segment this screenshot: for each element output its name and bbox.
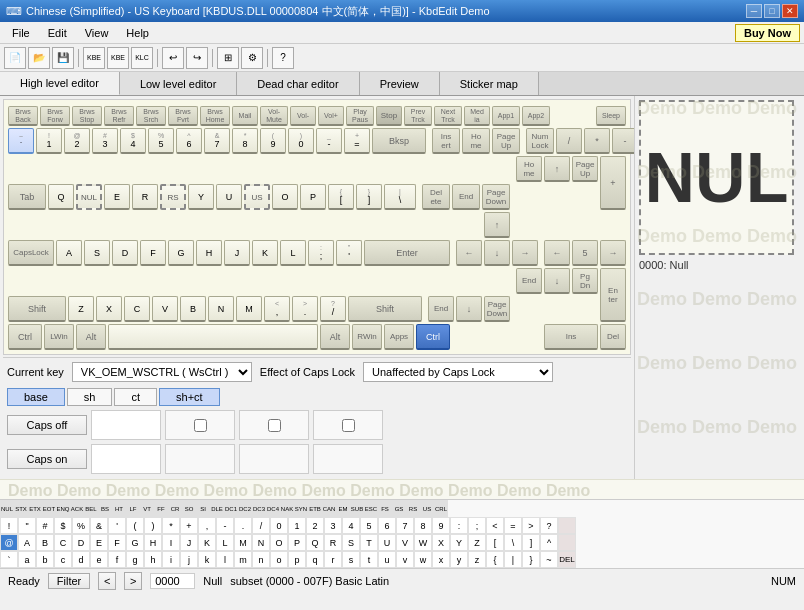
key-brws-fvrt[interactable]: BrwsFvrt [168, 106, 198, 126]
char-p[interactable]: p [288, 551, 306, 568]
char-q[interactable]: q [306, 551, 324, 568]
char-M[interactable]: M [234, 534, 252, 551]
key-brws-back[interactable]: BrwsBack [8, 106, 38, 126]
key-enter[interactable]: Enter [364, 240, 450, 266]
nav-prev-button[interactable]: < [98, 572, 116, 590]
key-z[interactable]: Z [68, 296, 94, 322]
key-f[interactable]: F [140, 240, 166, 266]
key-tab[interactable]: Tab [8, 184, 46, 210]
maximize-button[interactable]: □ [764, 4, 780, 18]
key-numpad-5[interactable]: 5 [572, 240, 598, 266]
open-button[interactable]: 📂 [28, 47, 50, 69]
char-at[interactable]: @ [0, 534, 18, 551]
close-button[interactable]: ✕ [782, 4, 798, 18]
key-comma[interactable]: <, [264, 296, 290, 322]
char-w[interactable]: w [414, 551, 432, 568]
key-r[interactable]: R [132, 184, 158, 210]
key-period[interactable]: >. [292, 296, 318, 322]
caps-effect-select[interactable]: Unaffected by Caps Lock Shift toggles wi… [363, 362, 553, 382]
tab-sticker-map[interactable]: Sticker map [440, 72, 539, 95]
char-5[interactable]: 5 [360, 517, 378, 534]
key-ralt[interactable]: Alt [320, 324, 350, 350]
char-exclaim[interactable]: ! [0, 517, 18, 534]
buy-now-button[interactable]: Buy Now [735, 24, 800, 42]
char-j[interactable]: j [180, 551, 198, 568]
char-h[interactable]: h [144, 551, 162, 568]
key-2[interactable]: @2 [64, 128, 90, 154]
key-x[interactable]: X [96, 296, 122, 322]
key-v[interactable]: V [152, 296, 178, 322]
menu-file[interactable]: File [4, 25, 38, 41]
key-app1[interactable]: App1 [492, 106, 520, 126]
char-e[interactable]: e [90, 551, 108, 568]
char-U[interactable]: U [378, 534, 396, 551]
key-l[interactable]: L [280, 240, 306, 266]
char-n[interactable]: n [252, 551, 270, 568]
char-N[interactable]: N [252, 534, 270, 551]
char-C[interactable]: C [54, 534, 72, 551]
key-3[interactable]: #3 [92, 128, 118, 154]
redo-button[interactable]: ↪ [186, 47, 208, 69]
key-equals[interactable]: += [344, 128, 370, 154]
key-page-down[interactable]: PageDown [482, 184, 510, 210]
char-plus[interactable]: + [180, 517, 198, 534]
key-vol-up[interactable]: Vol+ [318, 106, 344, 126]
char-W[interactable]: W [414, 534, 432, 551]
char-R[interactable]: R [324, 534, 342, 551]
key-arrow-up[interactable]: ↑ [484, 212, 510, 238]
char-D[interactable]: D [72, 534, 90, 551]
state-tab-base[interactable]: base [7, 388, 65, 406]
key-backtick[interactable]: ~ ` [8, 128, 34, 154]
key-insert-nav[interactable]: PageDown [484, 296, 510, 322]
char-y[interactable]: y [450, 551, 468, 568]
char-percent[interactable]: % [72, 517, 90, 534]
save-button[interactable]: 💾 [52, 47, 74, 69]
key-delete[interactable]: Delete [422, 184, 450, 210]
char-dollar[interactable]: $ [54, 517, 72, 534]
key-brws-srch[interactable]: BrwsSrch [136, 106, 166, 126]
key-numpad-mul[interactable]: * [584, 128, 610, 154]
key-numpad-plus[interactable]: + [600, 156, 626, 210]
char-B[interactable]: B [36, 534, 54, 551]
key-0[interactable]: )0 [288, 128, 314, 154]
char-I[interactable]: I [162, 534, 180, 551]
char-V[interactable]: V [396, 534, 414, 551]
char-extra2[interactable] [558, 534, 576, 551]
key-numlock[interactable]: NumLock [526, 128, 554, 154]
char-z[interactable]: z [468, 551, 486, 568]
key-numpad-2[interactable]: ↓ [544, 268, 570, 294]
char-Y[interactable]: Y [450, 534, 468, 551]
char-1[interactable]: 1 [288, 517, 306, 534]
char-T[interactable]: T [360, 534, 378, 551]
char-K[interactable]: K [198, 534, 216, 551]
char-9[interactable]: 9 [432, 517, 450, 534]
key-lwin[interactable]: LWin [44, 324, 74, 350]
menu-help[interactable]: Help [118, 25, 157, 41]
char-o[interactable]: o [270, 551, 288, 568]
key-numpad-9[interactable]: PageUp [572, 156, 598, 182]
char-bslash[interactable]: \ [504, 534, 522, 551]
key-slash[interactable]: ?/ [320, 296, 346, 322]
undo-button[interactable]: ↩ [162, 47, 184, 69]
char-r[interactable]: r [324, 551, 342, 568]
char-lcurly[interactable]: { [486, 551, 504, 568]
key-numpad-1[interactable]: End [516, 268, 542, 294]
char-k[interactable]: k [198, 551, 216, 568]
key-s[interactable]: S [84, 240, 110, 266]
nav-next-button[interactable]: > [124, 572, 142, 590]
char-rbracket2[interactable]: ] [522, 534, 540, 551]
key-capslock[interactable]: CapsLock [8, 240, 54, 266]
new-button[interactable]: 📄 [4, 47, 26, 69]
key-e[interactable]: E [104, 184, 130, 210]
char-x[interactable]: x [432, 551, 450, 568]
char-L[interactable]: L [216, 534, 234, 551]
char-f[interactable]: f [108, 551, 126, 568]
key-quote[interactable]: "' [336, 240, 362, 266]
char-dash[interactable]: - [216, 517, 234, 534]
char-amp[interactable]: & [90, 517, 108, 534]
key-rwin[interactable]: RWin [352, 324, 382, 350]
state-cell-base[interactable] [91, 410, 161, 440]
char-gt[interactable]: > [522, 517, 540, 534]
filter-button[interactable]: Filter [48, 573, 90, 589]
char-a[interactable]: a [18, 551, 36, 568]
